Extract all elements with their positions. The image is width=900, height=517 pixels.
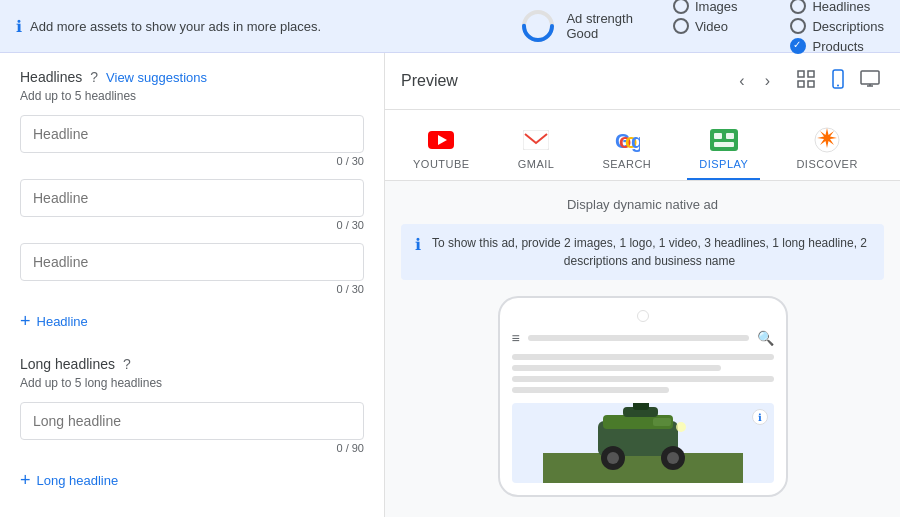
headline-input-1[interactable] xyxy=(20,115,364,153)
tab-gmail-label: GMAIL xyxy=(518,158,555,170)
view-toggle-group xyxy=(792,65,884,97)
info-box-text: To show this ad, provide 2 images, 1 log… xyxy=(429,234,870,270)
main-layout: Headlines ? View suggestions Add up to 5… xyxy=(0,53,900,517)
long-headlines-section: Long headlines ? Add up to 5 long headli… xyxy=(20,356,364,495)
ad-strength-text: Ad strength Good xyxy=(566,11,633,41)
content-line-1 xyxy=(512,354,774,360)
products-label: Products xyxy=(812,39,863,54)
tab-discover[interactable]: DISCOVER xyxy=(784,118,869,180)
ad-strength-value: Good xyxy=(566,26,633,41)
svg-rect-3 xyxy=(808,71,814,77)
ad-strength-label: Ad strength xyxy=(566,11,633,26)
long-headline-input-1[interactable] xyxy=(20,402,364,440)
channel-tabs: YOUTUBE GMAIL G G o xyxy=(385,110,900,181)
headline-input-3[interactable] xyxy=(20,243,364,281)
search-channel-icon: G G o o g xyxy=(613,126,641,154)
preview-content: Display dynamic native ad ℹ To show this… xyxy=(385,181,900,517)
long-headlines-subtitle: Add up to 5 long headlines xyxy=(20,376,364,390)
top-bar-message: Add more assets to show your ads in more… xyxy=(30,19,520,34)
checkbox-headlines[interactable]: Headlines xyxy=(790,0,884,14)
svg-point-7 xyxy=(837,85,839,87)
long-headline-input-wrapper-1: 0 / 90 xyxy=(20,402,364,454)
info-box: ℹ To show this ad, provide 2 images, 1 l… xyxy=(401,224,884,280)
tab-gmail[interactable]: GMAIL xyxy=(506,118,567,180)
display-label: Display dynamic native ad xyxy=(401,197,884,212)
headlines-section: Headlines ? View suggestions Add up to 5… xyxy=(20,69,364,336)
youtube-icon xyxy=(427,126,455,154)
headline-charcount-2: 0 / 30 xyxy=(20,219,364,231)
gmail-icon xyxy=(522,126,550,154)
phone-mockup: ≡ 🔍 ℹ xyxy=(498,296,788,497)
checkbox-video[interactable]: Video xyxy=(673,18,767,34)
headline-input-2[interactable] xyxy=(20,179,364,217)
checkbox-images[interactable]: Images xyxy=(673,0,767,14)
view-suggestions-link[interactable]: View suggestions xyxy=(106,70,207,85)
headline-input-wrapper-2: 0 / 30 xyxy=(20,179,364,231)
tab-youtube-label: YOUTUBE xyxy=(413,158,470,170)
add-headline-button[interactable]: + Headline xyxy=(20,307,88,336)
long-headlines-help-icon[interactable]: ? xyxy=(123,356,131,372)
preview-header: Preview ‹ › xyxy=(385,53,900,110)
descriptions-label: Descriptions xyxy=(812,19,884,34)
tab-youtube[interactable]: YOUTUBE xyxy=(401,118,482,180)
content-line-2 xyxy=(512,365,722,371)
grid-view-icon xyxy=(796,69,816,89)
long-headlines-section-title: Long headlines xyxy=(20,356,115,372)
svg-rect-5 xyxy=(808,81,814,87)
headline-charcount-1: 0 / 30 xyxy=(20,155,364,167)
headlines-label: Headlines xyxy=(812,0,870,14)
info-badge-icon: ℹ xyxy=(752,409,768,425)
headline-input-wrapper-3: 0 / 30 xyxy=(20,243,364,295)
descriptions-checkbox-icon xyxy=(790,18,806,34)
add-long-headline-label: Long headline xyxy=(37,473,119,488)
nav-prev-button[interactable]: ‹ xyxy=(733,68,750,94)
phone-image-area: ℹ xyxy=(512,403,774,483)
svg-rect-24 xyxy=(543,453,743,483)
content-line-3 xyxy=(512,376,774,382)
view-toggle-desktop-button[interactable] xyxy=(856,65,884,97)
view-toggle-grid-button[interactable] xyxy=(792,65,820,97)
svg-rect-20 xyxy=(714,133,722,139)
svg-point-28 xyxy=(607,452,619,464)
tab-display[interactable]: DISPLAY xyxy=(687,118,760,180)
tab-search[interactable]: G G o o g SEARCH xyxy=(590,118,663,180)
ad-strength-section: Ad strength Good xyxy=(520,8,633,44)
video-checkbox-icon xyxy=(673,18,689,34)
checkbox-descriptions[interactable]: Descriptions xyxy=(790,18,884,34)
headline-charcount-3: 0 / 30 xyxy=(20,283,364,295)
headline-input-wrapper-1: 0 / 30 xyxy=(20,115,364,167)
headlines-help-icon[interactable]: ? xyxy=(90,69,98,85)
checkbox-products[interactable]: Products xyxy=(790,38,884,54)
info-icon: ℹ xyxy=(16,17,22,36)
svg-rect-19 xyxy=(710,129,738,151)
tab-display-label: DISPLAY xyxy=(699,158,748,170)
nav-next-button[interactable]: › xyxy=(759,68,776,94)
info-box-icon: ℹ xyxy=(415,235,421,254)
top-bar: ℹ Add more assets to show your ads in mo… xyxy=(0,0,900,53)
svg-rect-4 xyxy=(798,81,804,87)
svg-text:g: g xyxy=(631,130,640,152)
svg-rect-2 xyxy=(798,71,804,77)
add-long-headline-button[interactable]: + Long headline xyxy=(20,466,118,495)
products-checkbox-icon xyxy=(790,38,806,54)
add-headline-label: Headline xyxy=(37,314,88,329)
headlines-subtitle: Add up to 5 headlines xyxy=(20,89,364,103)
images-checkbox-icon xyxy=(673,0,689,14)
long-headline-charcount-1: 0 / 90 xyxy=(20,442,364,454)
svg-rect-22 xyxy=(714,142,734,147)
view-toggle-mobile-button[interactable] xyxy=(824,65,852,97)
headlines-section-title: Headlines xyxy=(20,69,82,85)
add-headline-plus-icon: + xyxy=(20,311,31,332)
svg-rect-33 xyxy=(653,418,671,426)
preview-title: Preview xyxy=(401,72,725,90)
left-panel: Headlines ? View suggestions Add up to 5… xyxy=(0,53,385,517)
svg-rect-32 xyxy=(633,403,649,410)
tab-search-label: SEARCH xyxy=(602,158,651,170)
phone-camera-notch xyxy=(637,310,649,322)
desktop-view-icon xyxy=(860,69,880,89)
phone-top-bar: ≡ 🔍 xyxy=(512,330,774,346)
content-line-4 xyxy=(512,387,669,393)
svg-rect-8 xyxy=(861,71,879,84)
tab-discover-label: DISCOVER xyxy=(796,158,857,170)
phone-search-icon: 🔍 xyxy=(757,330,774,346)
